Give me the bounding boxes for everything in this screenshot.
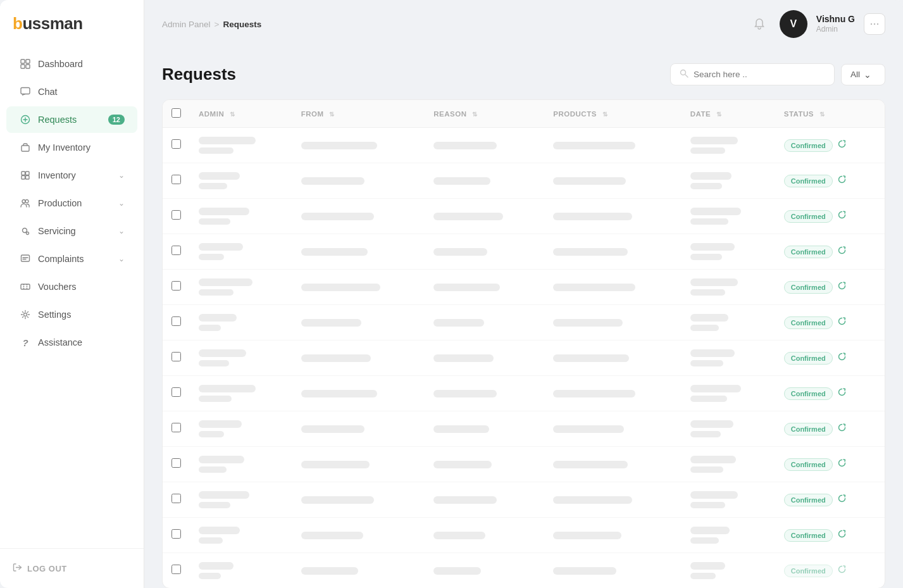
cell-status: Confirmed (775, 163, 885, 199)
search-input[interactable] (694, 70, 825, 79)
more-options-button[interactable] (864, 13, 885, 35)
cell-products (544, 447, 681, 482)
refresh-icon[interactable] (838, 282, 846, 292)
filter-dropdown[interactable]: All ⌄ (841, 64, 885, 85)
chat-icon (19, 85, 32, 98)
refresh-icon[interactable] (838, 424, 846, 434)
table-row[interactable]: Confirmed (163, 411, 885, 447)
sidebar-item-requests[interactable]: Requests 12 (6, 106, 137, 133)
row-checkbox-cell (163, 305, 190, 341)
cell-admin (190, 128, 292, 163)
row-checkbox[interactable] (171, 565, 181, 574)
cell-reason (425, 234, 544, 270)
row-checkbox-cell (163, 128, 190, 163)
logout-button[interactable]: LOG OUT (13, 559, 131, 578)
col-admin-label: ADMIN (199, 110, 224, 118)
table-row[interactable]: Confirmed (163, 447, 885, 482)
row-checkbox[interactable] (171, 210, 181, 220)
products-sort-icon[interactable]: ⇅ (602, 111, 608, 118)
row-checkbox[interactable] (171, 387, 181, 397)
sidebar-item-complaints[interactable]: Complaints ⌄ (6, 246, 137, 272)
sidebar-item-production[interactable]: Production ⌄ (6, 190, 137, 216)
cell-status: Confirmed (775, 341, 885, 376)
cell-from (292, 341, 425, 376)
row-checkbox[interactable] (171, 175, 181, 184)
cell-admin (190, 411, 292, 447)
row-checkbox[interactable] (171, 316, 181, 326)
refresh-icon[interactable] (838, 566, 846, 575)
filter-label: All (850, 70, 860, 79)
table-row[interactable]: Confirmed (163, 376, 885, 411)
notification-button[interactable] (748, 13, 771, 35)
sidebar-item-assistance[interactable]: ? Assistance (6, 329, 137, 356)
table-row[interactable]: Confirmed (163, 518, 885, 553)
sidebar-item-inventory[interactable]: Inventory ⌄ (6, 162, 137, 189)
table-row[interactable]: Confirmed (163, 482, 885, 518)
cell-date (682, 411, 775, 447)
col-products[interactable]: PRODUCTS ⇅ (544, 100, 681, 128)
table-row[interactable]: Confirmed (163, 553, 885, 589)
row-checkbox[interactable] (171, 139, 181, 149)
svg-rect-6 (22, 146, 29, 151)
reason-sort-icon[interactable]: ⇅ (472, 111, 478, 118)
refresh-icon[interactable] (838, 353, 846, 363)
cell-date (682, 305, 775, 341)
col-reason[interactable]: REASON ⇅ (425, 100, 544, 128)
table-row[interactable]: Confirmed (163, 163, 885, 199)
table-row[interactable]: Confirmed (163, 341, 885, 376)
breadcrumb-parent[interactable]: Admin Panel (162, 20, 211, 29)
cell-from (292, 128, 425, 163)
row-checkbox[interactable] (171, 246, 181, 255)
sidebar-item-chat[interactable]: Chat (6, 78, 137, 105)
select-all-checkbox[interactable] (171, 108, 181, 118)
row-checkbox[interactable] (171, 458, 181, 468)
refresh-icon[interactable] (838, 318, 846, 327)
refresh-icon[interactable] (838, 247, 846, 256)
refresh-icon[interactable] (838, 389, 846, 398)
refresh-icon[interactable] (838, 460, 846, 469)
refresh-icon[interactable] (838, 530, 846, 540)
cell-from (292, 376, 425, 411)
status-label: Confirmed (791, 248, 826, 256)
status-label: Confirmed (791, 425, 826, 433)
table-row[interactable]: Confirmed (163, 305, 885, 341)
cell-reason (425, 163, 544, 199)
row-checkbox[interactable] (171, 529, 181, 539)
col-status[interactable]: STATUS ⇅ (775, 100, 885, 128)
admin-sort-icon[interactable]: ⇅ (230, 111, 235, 118)
table-row[interactable]: Confirmed (163, 270, 885, 305)
table-row[interactable]: Confirmed (163, 234, 885, 270)
row-checkbox[interactable] (171, 352, 181, 361)
sidebar-item-label-requests: Requests (38, 115, 104, 125)
date-sort-icon[interactable]: ⇅ (716, 111, 722, 118)
table-row[interactable]: Confirmed (163, 199, 885, 234)
status-label: Confirmed (791, 213, 826, 220)
sidebar-item-label-servicing: Servicing (38, 226, 116, 236)
sidebar-item-dashboard[interactable]: Dashboard (6, 51, 137, 77)
sidebar-item-servicing[interactable]: Servicing ⌄ (6, 218, 137, 244)
sidebar-item-vouchers[interactable]: Vouchers (6, 273, 137, 300)
col-date[interactable]: DATE ⇅ (682, 100, 775, 128)
row-checkbox[interactable] (171, 281, 181, 291)
status-sort-icon[interactable]: ⇅ (819, 111, 825, 118)
refresh-icon[interactable] (838, 141, 846, 150)
cell-admin (190, 553, 292, 589)
sidebar-item-settings[interactable]: Settings (6, 301, 137, 328)
cell-from (292, 234, 425, 270)
sidebar-item-my-inventory[interactable]: My Inventory (6, 134, 137, 161)
table-row[interactable]: Confirmed (163, 128, 885, 163)
cell-products (544, 234, 681, 270)
refresh-icon[interactable] (838, 495, 846, 504)
row-checkbox[interactable] (171, 423, 181, 432)
avatar[interactable]: V (780, 10, 807, 38)
svg-rect-8 (26, 172, 30, 175)
refresh-icon[interactable] (838, 176, 846, 185)
col-admin[interactable]: ADMIN ⇅ (190, 100, 292, 128)
from-sort-icon[interactable]: ⇅ (329, 111, 335, 118)
col-reason-label: REASON (433, 110, 466, 118)
cell-admin (190, 270, 292, 305)
row-checkbox[interactable] (171, 494, 181, 503)
cell-from (292, 199, 425, 234)
col-from[interactable]: FROM ⇅ (292, 100, 425, 128)
refresh-icon[interactable] (838, 211, 846, 221)
